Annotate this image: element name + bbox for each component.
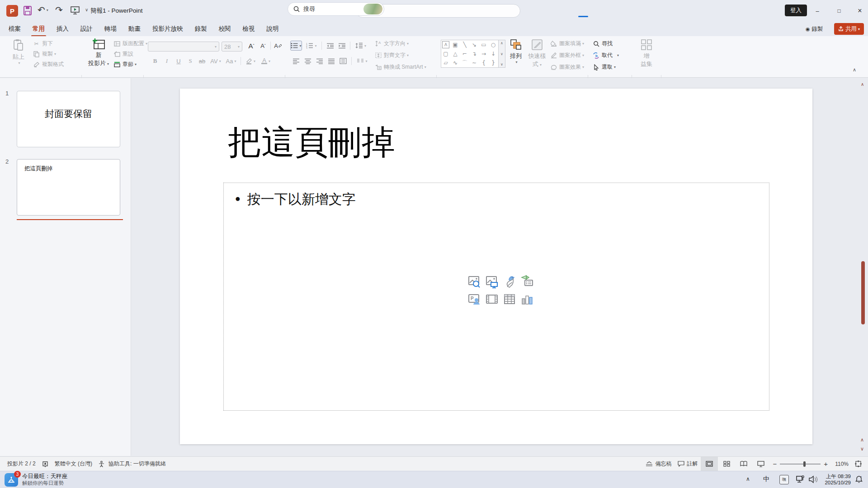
format-painter-button[interactable]: 複製格式 bbox=[33, 60, 64, 69]
tab-record[interactable]: 錄製 bbox=[189, 22, 213, 36]
shape-fill-button[interactable]: 圖案填滿▾ bbox=[550, 39, 584, 48]
shapes-more-icon[interactable]: ∨ bbox=[500, 62, 503, 66]
clear-formatting-button[interactable]: A bbox=[272, 41, 284, 51]
zoom-level[interactable]: 110% bbox=[831, 457, 852, 471]
addins-button[interactable]: 增 益集 bbox=[635, 39, 658, 68]
tab-review[interactable]: 校閱 bbox=[213, 22, 237, 36]
insert-smartart-icon[interactable] bbox=[519, 273, 535, 290]
insert-pictures-icon[interactable] bbox=[484, 273, 500, 290]
comments-button[interactable]: 註解 bbox=[675, 457, 701, 471]
zoom-out-button[interactable]: − bbox=[769, 457, 780, 471]
underline-button[interactable]: U bbox=[173, 56, 184, 66]
zoom-slider[interactable] bbox=[780, 457, 821, 471]
shape-glyph[interactable]: ▱ bbox=[441, 58, 450, 67]
accessibility-status[interactable]: 協助工具: 一切準備就緒 bbox=[108, 457, 169, 471]
find-button[interactable]: 尋找 bbox=[592, 39, 619, 48]
slideshow-view-button[interactable] bbox=[752, 457, 769, 471]
zoom-slider-thumb[interactable] bbox=[803, 461, 806, 467]
insert-stock-images-icon[interactable] bbox=[466, 273, 482, 290]
content-placeholder[interactable]: • 按一下以新增文字 P bbox=[223, 183, 769, 411]
distribute-button[interactable] bbox=[337, 56, 349, 66]
tray-expand-icon[interactable]: ∧ bbox=[746, 476, 750, 482]
slide-thumbnail-1[interactable]: 封面要保留 bbox=[17, 91, 120, 147]
align-right-button[interactable] bbox=[314, 56, 326, 66]
justify-button[interactable] bbox=[326, 56, 337, 66]
highlight-button[interactable]: ▾ bbox=[243, 56, 258, 66]
shape-glyph[interactable]: △ bbox=[451, 49, 460, 58]
tab-help[interactable]: 說明 bbox=[261, 22, 285, 36]
sign-in-button[interactable]: 登入 bbox=[785, 5, 807, 16]
redo-button[interactable]: ↷ bbox=[55, 5, 63, 15]
decrease-indent-button[interactable] bbox=[324, 41, 336, 51]
save-icon[interactable] bbox=[23, 5, 33, 16]
slide-thumbnail-2[interactable]: 把這頁刪掉 bbox=[17, 159, 120, 216]
record-button[interactable]: ◉錄製 bbox=[806, 23, 823, 34]
scroll-up-icon[interactable]: ∧ bbox=[861, 82, 864, 87]
shrink-font-button[interactable]: Aˇ bbox=[257, 41, 269, 51]
normal-view-button[interactable] bbox=[701, 457, 718, 471]
tab-animations[interactable]: 動畫 bbox=[123, 22, 146, 36]
insert-video-icon[interactable] bbox=[484, 291, 500, 307]
tab-design[interactable]: 設計 bbox=[75, 22, 99, 36]
line-spacing-button[interactable]: ▾ bbox=[353, 41, 369, 51]
tab-insert[interactable]: 插入 bbox=[51, 22, 75, 36]
previous-slide-icon[interactable]: ∧ bbox=[860, 437, 864, 443]
grow-font-button[interactable]: Aˆ bbox=[245, 41, 257, 51]
tab-slideshow[interactable]: 投影片放映 bbox=[146, 22, 189, 36]
insert-table-icon[interactable] bbox=[501, 291, 518, 307]
zoom-in-button[interactable]: + bbox=[821, 457, 831, 471]
slide-sorter-view-button[interactable] bbox=[718, 457, 735, 471]
copy-button[interactable]: 複製▾ bbox=[33, 49, 64, 59]
bullets-button[interactable]: ▾ bbox=[290, 41, 302, 51]
shapes-gallery[interactable]: A ▣ ╲ ↘ ▭ ○ ▢ △ ⌐ ↴ → ↓ ▱ ∿ ⌒ ∼ { } bbox=[441, 40, 499, 68]
notes-button[interactable]: 備忘稿 bbox=[642, 457, 675, 471]
increase-indent-button[interactable] bbox=[336, 41, 348, 51]
shape-effects-button[interactable]: 圖案效果▾ bbox=[550, 62, 584, 72]
quick-styles-button[interactable]: 快速樣 ​式▾ bbox=[526, 39, 548, 68]
accessibility-icon[interactable] bbox=[95, 457, 108, 471]
shape-glyph[interactable]: ∼ bbox=[470, 58, 479, 67]
arrange-button[interactable]: 排列 ▾ bbox=[505, 39, 526, 64]
share-button[interactable]: 共用▾ bbox=[834, 23, 864, 35]
collapse-ribbon-icon[interactable]: ∧ bbox=[853, 67, 856, 73]
shape-glyph[interactable]: { bbox=[479, 58, 488, 67]
shape-outline-button[interactable]: 圖案外框▾ bbox=[550, 51, 584, 60]
shape-glyph[interactable]: ⌐ bbox=[460, 49, 469, 58]
slide-indicator[interactable]: 投影片 2 / 2 bbox=[0, 457, 39, 471]
shape-glyph[interactable]: ⌒ bbox=[460, 58, 469, 67]
align-text-button[interactable]: 對齊文字▾ bbox=[374, 51, 426, 60]
shape-glyph[interactable]: ○ bbox=[489, 40, 498, 49]
shape-glyph[interactable]: → bbox=[479, 49, 488, 58]
text-direction-button[interactable]: A文字方向▾ bbox=[374, 39, 426, 48]
insert-chart-icon[interactable] bbox=[519, 291, 535, 307]
undo-button[interactable]: ↶▾ bbox=[38, 5, 48, 15]
shape-glyph[interactable]: ╲ bbox=[460, 40, 469, 49]
tab-view[interactable]: 檢視 bbox=[237, 22, 261, 36]
reset-button[interactable]: 重設 bbox=[113, 49, 147, 59]
text-shadow-button[interactable]: S bbox=[184, 56, 196, 66]
language-status[interactable]: 繁體中文 (台灣) bbox=[52, 457, 95, 471]
paste-button[interactable]: 貼上 ▾ bbox=[8, 39, 29, 65]
replace-button[interactable]: b取代▾ bbox=[592, 51, 619, 60]
widgets-button[interactable]: 3 今日最旺：天秤座 解鎖你的每日運勢 bbox=[5, 472, 67, 488]
numbering-button[interactable]: 123▾ bbox=[304, 41, 319, 51]
shape-glyph[interactable]: ▭ bbox=[479, 40, 488, 49]
quick-access-more-icon[interactable]: ∨ bbox=[85, 7, 88, 12]
font-name-combo[interactable]: ▾ bbox=[148, 42, 219, 52]
clock-tray[interactable]: 上午 08:39 2025/10/29 bbox=[823, 473, 851, 486]
shape-glyph[interactable]: ▣ bbox=[451, 40, 460, 49]
vertical-scrollbar-thumb[interactable] bbox=[861, 261, 865, 324]
tab-transitions[interactable]: 轉場 bbox=[99, 22, 123, 36]
change-case-button[interactable]: Aa▾ bbox=[223, 56, 239, 66]
shape-glyph[interactable]: } bbox=[489, 58, 498, 67]
shape-glyph[interactable]: ↴ bbox=[470, 49, 479, 58]
shapes-scroll-down-icon[interactable]: ∨ bbox=[500, 52, 503, 56]
shape-glyph[interactable]: ▢ bbox=[441, 49, 450, 58]
minimize-button[interactable]: – bbox=[808, 0, 826, 22]
volume-icon[interactable] bbox=[808, 475, 818, 483]
shapes-scroll-up-icon[interactable]: ∧ bbox=[500, 41, 503, 45]
italic-button[interactable]: I bbox=[161, 56, 173, 66]
font-size-combo[interactable]: 28▾ bbox=[222, 42, 242, 52]
bold-button[interactable]: B bbox=[149, 56, 161, 66]
strikethrough-button[interactable]: ab bbox=[196, 56, 208, 66]
